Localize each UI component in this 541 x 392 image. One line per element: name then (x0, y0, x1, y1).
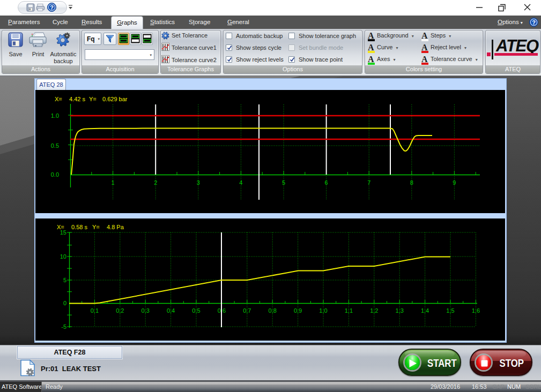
svg-text:4.8 Pa: 4.8 Pa (107, 224, 124, 230)
svg-text:0.0: 0.0 (51, 171, 59, 178)
svg-text:Y=: Y= (92, 224, 100, 230)
svg-text:0;7: 0;7 (243, 307, 251, 314)
svg-text:7: 7 (367, 179, 370, 186)
svg-text:0;2: 0;2 (116, 307, 124, 314)
svg-text:0;9: 0;9 (294, 307, 302, 314)
svg-text:0;8: 0;8 (269, 307, 277, 314)
svg-text:1;5: 1;5 (446, 307, 454, 314)
svg-text:1;1: 1;1 (345, 307, 353, 314)
svg-text:-5: -5 (61, 323, 66, 330)
svg-text:0: 0 (63, 300, 66, 306)
svg-text:STOP: STOP (500, 357, 524, 369)
svg-text:START: START (427, 357, 457, 369)
svg-text:0;5: 0;5 (192, 307, 200, 314)
svg-text:4: 4 (239, 179, 242, 186)
svg-text:1;4: 1;4 (421, 307, 429, 314)
svg-text:5: 5 (282, 179, 285, 186)
svg-text:0.629 bar: 0.629 bar (102, 96, 128, 102)
svg-text:Y=: Y= (89, 96, 97, 102)
svg-text:0;4: 0;4 (167, 307, 175, 314)
svg-text:10: 10 (60, 253, 66, 260)
svg-text:2: 2 (154, 179, 157, 186)
svg-text:X=: X= (55, 96, 62, 102)
svg-text:?: ? (50, 4, 54, 11)
svg-text:0;1: 0;1 (91, 307, 99, 314)
svg-text:8: 8 (410, 179, 413, 186)
svg-text:3: 3 (197, 179, 200, 186)
svg-text:6: 6 (325, 179, 328, 186)
svg-text:0;3: 0;3 (142, 307, 150, 314)
svg-text:0.58 s: 0.58 s (71, 224, 87, 230)
svg-text:1;3: 1;3 (396, 307, 404, 314)
svg-text:1;6: 1;6 (472, 307, 480, 314)
svg-text:ATEQ: ATEQ (495, 37, 539, 55)
svg-text:1: 1 (112, 179, 115, 186)
svg-text:X=: X= (57, 224, 64, 230)
svg-text:4.42 s: 4.42 s (69, 96, 85, 102)
svg-text:1;2: 1;2 (370, 307, 378, 314)
svg-text:1;0: 1;0 (319, 307, 327, 314)
svg-text:0.5: 0.5 (51, 142, 59, 149)
svg-text:1.0: 1.0 (51, 112, 59, 119)
svg-text:5: 5 (63, 277, 66, 283)
svg-text:?: ? (532, 19, 536, 26)
svg-text:9: 9 (453, 179, 456, 186)
